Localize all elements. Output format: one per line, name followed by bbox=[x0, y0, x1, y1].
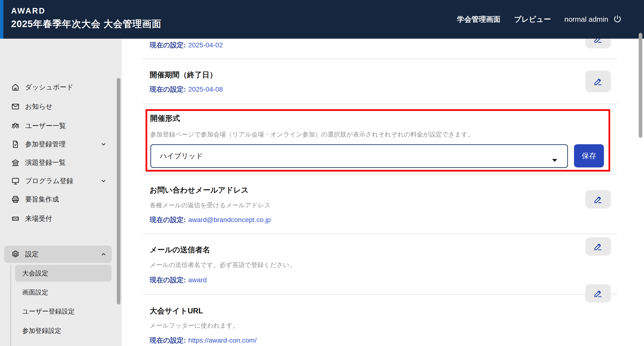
nav-society-admin[interactable]: 学会管理画面 bbox=[457, 15, 500, 25]
sidebar-subitem-participation-settings[interactable]: 参加登録設定 bbox=[15, 322, 112, 339]
divider bbox=[142, 59, 618, 59]
pencil-icon bbox=[592, 288, 604, 299]
current-setting-line: 現在の設定:2025-04-02 bbox=[150, 41, 223, 50]
sidebar-subitem-user-registration-settings[interactable]: ユーザー登録設定 bbox=[15, 303, 112, 320]
sidebar-item-dashboard[interactable]: ダッシュボード bbox=[0, 78, 112, 96]
sidebar-subitem-screen-settings[interactable]: 画面設定 bbox=[15, 284, 112, 301]
save-button[interactable]: 保存 bbox=[574, 144, 604, 167]
pencil-icon bbox=[592, 241, 604, 252]
pencil-icon bbox=[592, 194, 604, 205]
setting-desc-site-url: メールフッターに使われます。 bbox=[150, 321, 239, 330]
setting-title-format: 開催形式 bbox=[150, 113, 180, 124]
sidebar-item-settings[interactable]: 設定 bbox=[4, 245, 112, 263]
submenu-indent-line bbox=[10, 265, 11, 346]
monitor-icon bbox=[11, 177, 20, 185]
setting-title-contact-email: お問い合わせメールアドレス bbox=[150, 185, 248, 195]
ticket-icon bbox=[11, 214, 20, 223]
printer-icon bbox=[11, 195, 20, 204]
chevron-down-icon bbox=[552, 156, 558, 164]
sidebar-item-abstract-book[interactable]: 要旨集作成 bbox=[0, 190, 112, 208]
divider bbox=[142, 104, 618, 104]
setting-desc-format: 参加登録ページで参加会場（リアル会場・オンライン参加）の選択肢が表示されそれぞれ… bbox=[150, 130, 474, 139]
setting-title-end-date: 開催期間（終了日） bbox=[150, 70, 217, 80]
divider bbox=[142, 294, 618, 294]
format-select-value: ハイブリッド bbox=[160, 151, 203, 161]
pencil-icon bbox=[592, 76, 604, 87]
power-icon[interactable] bbox=[612, 15, 622, 24]
users-icon bbox=[11, 122, 20, 130]
setting-title-site-url: 大会サイトURL bbox=[150, 306, 203, 316]
format-select[interactable]: ハイブリッド bbox=[150, 144, 568, 168]
edit-button[interactable] bbox=[585, 237, 611, 256]
sidebar-item-users[interactable]: ユーザー一覧 bbox=[0, 117, 112, 135]
chevron-up-icon bbox=[100, 251, 107, 257]
sidebar-subitem-conference-settings[interactable]: 大会設定 bbox=[15, 265, 112, 282]
home-icon bbox=[11, 83, 20, 92]
current-setting-line: 現在の設定:award bbox=[150, 275, 206, 285]
bank-icon bbox=[11, 158, 20, 167]
gear-icon bbox=[11, 250, 20, 258]
page-title: 2025年春季年次大会 大会管理画面 bbox=[11, 18, 162, 31]
main-scrollbar-thumb[interactable] bbox=[639, 33, 642, 138]
edit-button[interactable] bbox=[585, 284, 611, 302]
sidebar-item-news[interactable]: お知らせ bbox=[0, 97, 112, 116]
current-setting-line: 現在の設定:https://award-con.com/ bbox=[150, 336, 256, 345]
sidebar-item-registration-management[interactable]: 参加登録管理 bbox=[0, 135, 112, 153]
edit-button[interactable] bbox=[585, 71, 611, 92]
document-check-icon bbox=[11, 140, 20, 149]
highlight-annotation: 開催形式 参加登録ページで参加会場（リアル会場・オンライン参加）の選択肢が表示さ… bbox=[146, 109, 610, 172]
setting-desc-contact-email: 各種メールの返信を受けるメールアドレス bbox=[150, 201, 270, 209]
sidebar: ダッシュボード お知らせ ユーザー一覧 参加登録管理 bbox=[0, 39, 122, 346]
setting-title-sender-name: メールの送信者名 bbox=[150, 245, 210, 255]
edit-button[interactable] bbox=[585, 190, 611, 208]
sidebar-item-reception[interactable]: 来場受付 bbox=[0, 209, 112, 228]
sidebar-scrollbar-thumb[interactable] bbox=[117, 78, 120, 304]
header-accent-edge bbox=[0, 0, 4, 39]
divider bbox=[142, 234, 618, 234]
user-name: normal admin bbox=[564, 15, 608, 24]
nav-preview[interactable]: プレビュー bbox=[514, 15, 551, 25]
setting-desc-sender-name: メールの送信者名です。必ず英語で登録ください。 bbox=[150, 261, 296, 269]
sidebar-subitem-name-badge-settings[interactable]: ネームバッジ・帳票設定 bbox=[15, 342, 112, 346]
sidebar-item-program-registration[interactable]: プログラム登録 bbox=[0, 172, 112, 190]
mail-icon bbox=[11, 102, 20, 111]
app-header: AWARD 2025年春季年次大会 大会管理画面 学会管理画面 プレビュー no… bbox=[0, 0, 644, 39]
sidebar-item-abstract-list[interactable]: 演題登録一覧 bbox=[0, 153, 112, 172]
app-logo: AWARD bbox=[11, 6, 46, 16]
current-setting-line: 現在の設定:award@brandconcept.co.jp bbox=[150, 215, 270, 224]
chevron-down-icon bbox=[100, 178, 107, 184]
current-setting-line: 現在の設定:2025-04-08 bbox=[150, 85, 223, 94]
chevron-down-icon bbox=[100, 141, 107, 147]
divider bbox=[142, 174, 618, 174]
